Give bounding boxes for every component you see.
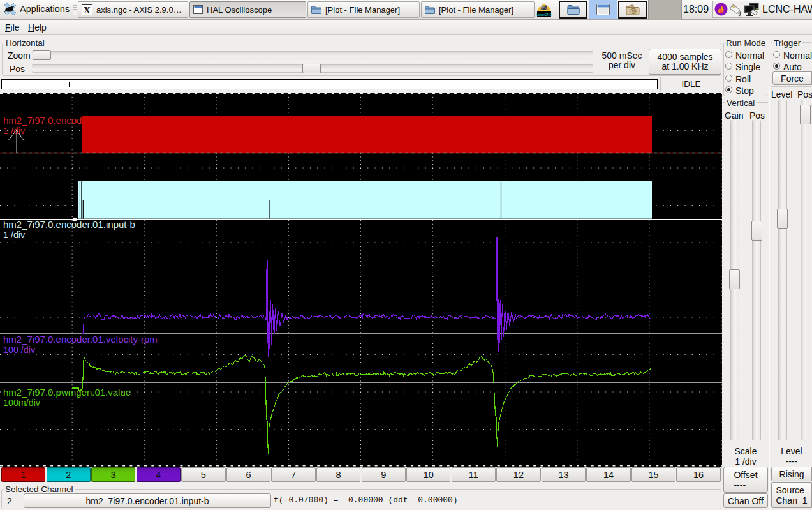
svg-text:100 /div: 100 /div bbox=[3, 345, 36, 355]
svg-text:1 /div: 1 /div bbox=[3, 230, 26, 240]
svg-text:LinuxCNC: LinuxCNC bbox=[536, 13, 552, 17]
svg-text:hm2_7i97.0.encoder.01.input-b: hm2_7i97.0.encoder.01.input-b bbox=[3, 219, 135, 230]
svg-text:1 /div: 1 /div bbox=[3, 126, 26, 136]
svg-text:hm2_7i97.0.encoder: hm2_7i97.0.encoder bbox=[3, 115, 91, 126]
svg-text:hm2_7i97.0.encoder.01.velocity: hm2_7i97.0.encoder.01.velocity-rpm bbox=[3, 334, 158, 345]
svg-text:100m/div: 100m/div bbox=[3, 398, 41, 408]
svg-text:hm2_7i97.0.pwmgen.01.value: hm2_7i97.0.pwmgen.01.value bbox=[3, 387, 131, 398]
